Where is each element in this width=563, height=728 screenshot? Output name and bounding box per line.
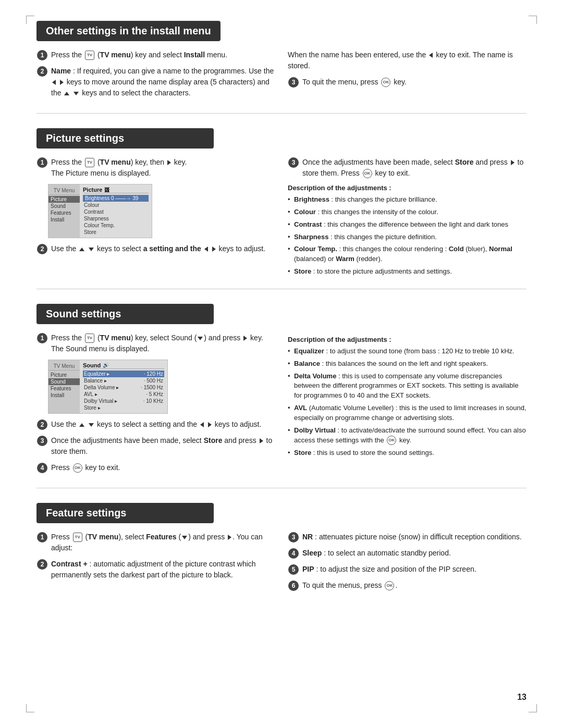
picture-bullet-list: Brightness : this changes the picture br…: [288, 195, 527, 277]
sound-menu-title: Sound 🔊: [83, 362, 164, 369]
step-number: 3: [37, 436, 47, 446]
sound-step-3: 3 Once the adjustments have been made, s…: [36, 435, 275, 457]
balance-row: Balance ▸ · 500 Hz: [83, 377, 164, 384]
picture-col-right: 3 Once the adjustments have been made, s…: [288, 157, 527, 279]
sound-desc-heading: Description of the adjustments :: [288, 336, 527, 343]
bullet-contrast: Contrast : this changes the difference b…: [288, 220, 527, 230]
avl-row: AVL ▸ · 5 KHz: [83, 391, 164, 398]
deltavol-val: · 1500 Hz: [141, 385, 163, 390]
install-step-3: 3 To quit the menu, press OK key.: [288, 77, 527, 88]
bullet-store-sound: Store : this is used to store the sound …: [288, 448, 527, 458]
sound-step4-content: Press OK key to exit.: [51, 462, 275, 473]
step-number: 3: [288, 532, 299, 542]
balance-val: · 500 Hz: [144, 378, 163, 384]
balance-label: Balance ▸: [84, 378, 126, 384]
install-right1-content: When the name has been entered, use the …: [288, 50, 527, 71]
tv-menu-left: TV Menu Picture Sound Features Install: [48, 184, 80, 238]
install-step2-content: Name : If required, you can give a name …: [51, 66, 275, 98]
brightness-item: Brightness 0 ——→ 39: [83, 195, 149, 202]
avl-label: AVL ▸: [84, 391, 126, 397]
bullet-dolby: Dolby Virtual : to activate/deactivate t…: [288, 426, 527, 446]
corner-mark-br: [529, 704, 537, 712]
tv-menu-right: Picture 🖼 Brightness 0 ——→ 39 Colour Con…: [80, 184, 152, 238]
menu-item-features: Features: [48, 209, 80, 216]
bullet-sharpness: Sharpness : this changes the picture def…: [288, 232, 527, 242]
menu-left-title: TV Menu: [48, 362, 80, 371]
feature-col-right: 3 NR : attenuates picture noise (snow) i…: [288, 532, 527, 596]
eq-val: · 120 Hz: [144, 371, 163, 377]
sound-bullet-list: Equalizer : to adjust the sound tone (fr…: [288, 347, 527, 458]
menu-item-install: Install: [48, 392, 80, 399]
dolby-row: Dolby Virtual ▸ · 10 KHz: [83, 398, 164, 404]
picture-step2-content: Use the keys to select a setting and the…: [51, 243, 275, 254]
corner-mark-tl: [26, 16, 34, 24]
dolby-val: · 10 KHz: [143, 398, 163, 404]
step-number: 4: [37, 463, 47, 473]
feature-step2-content: Contrast + : automatic adjustment of the…: [51, 559, 275, 581]
menu-item-features: Features: [48, 385, 80, 392]
bullet-colour: Colour : this changes the intensity of t…: [288, 207, 527, 217]
sharpness-item: Sharpness: [83, 215, 149, 222]
menu-item-picture: Picture: [48, 196, 80, 203]
picture-menu-mockup: TV Menu Picture Sound Features Install P…: [48, 184, 152, 238]
install-step1-content: Press the TV (TV menu) key and select In…: [51, 50, 275, 60]
feature-step5-content: PIP : to adjust the size and position of…: [302, 564, 527, 575]
ok-icon-small: OK: [387, 436, 396, 445]
sound-step-1: 1 Press the TV (TV menu) key, select Sou…: [36, 332, 275, 354]
store-label: Store ▸: [84, 405, 126, 411]
sound-menu-left: TV Menu Picture Sound Features Install: [48, 360, 80, 413]
install-col-right: When the name has been entered, use the …: [288, 50, 527, 104]
sound-menu-mockup: TV Menu Picture Sound Features Install S…: [48, 360, 168, 414]
picture-heading: Picture settings: [36, 128, 214, 149]
picture-step-1: 1 Press the TV (TV menu) key, then key. …: [36, 157, 275, 179]
sound-section: Sound settings 1 Press the TV (TV menu) …: [36, 304, 527, 488]
install-col-left: 1 Press the TV (TV menu) key and select …: [36, 50, 275, 104]
sound-step3-content: Once the adjustments have been made, sel…: [51, 435, 275, 457]
sound-step1-content: Press the TV (TV menu) key, select Sound…: [51, 332, 275, 354]
eq-row: Equalizer ▸ · 120 Hz: [83, 371, 164, 377]
feature-step4-content: Sleep : to select an automatic standby p…: [302, 548, 527, 559]
sound-menu-right: Sound 🔊 Equalizer ▸ · 120 Hz Balance ▸ ·…: [80, 360, 167, 413]
feature-section: Feature settings 1 Press TV (TV menu), s…: [36, 503, 527, 606]
picture-col-left: 1 Press the TV (TV menu) key, then key. …: [36, 157, 275, 279]
step-number: 1: [37, 333, 47, 343]
feature-heading: Feature settings: [36, 503, 214, 523]
sound-heading: Sound settings: [36, 304, 214, 324]
bullet-brightness: Brightness : this changes the picture br…: [288, 195, 527, 205]
eq-label: Equalizer ▸: [84, 371, 126, 377]
picture-desc-heading: Description of the adjustments :: [288, 184, 527, 192]
contrast-item: Contrast: [83, 208, 149, 215]
corner-mark-bl: [26, 704, 34, 712]
picture-step-3: 3 Once the adjustments have been made, s…: [288, 157, 527, 179]
ok-icon: OK: [73, 463, 82, 473]
feature-step-3: 3 NR : attenuates picture noise (snow) i…: [288, 532, 527, 542]
feature-step-6: 6 To quit the menus, press OK.: [288, 580, 527, 591]
bullet-store: Store : to store the picture adjustments…: [288, 267, 527, 277]
page-number: 13: [517, 693, 527, 702]
step-number: 1: [37, 157, 47, 168]
step-number: 1: [37, 50, 47, 60]
step-number: 2: [37, 559, 47, 570]
sound-step-4: 4 Press OK key to exit.: [36, 462, 275, 473]
ok-icon: OK: [385, 581, 394, 590]
bullet-balance: Balance : this balances the sound on the…: [288, 359, 527, 369]
picture-step3-content: Once the adjustments have been made, sel…: [302, 157, 527, 179]
deltavol-label: Delta Volume ▸: [84, 385, 126, 390]
feature-step-4: 4 Sleep : to select an automatic standby…: [288, 548, 527, 559]
step-number: 3: [288, 77, 299, 88]
menu-icon: TV: [85, 51, 94, 60]
corner-mark-tr: [529, 16, 537, 24]
install-step-1: 1 Press the TV (TV menu) key and select …: [36, 50, 275, 60]
feature-step3-content: NR : attenuates picture noise (snow) in …: [302, 532, 527, 542]
install-heading: Other settings in the install menu: [36, 21, 221, 41]
bullet-colourtemp: Colour Temp. : this changes the colour r…: [288, 244, 527, 264]
bullet-equalizer: Equalizer : to adjust the sound tone (fr…: [288, 347, 527, 356]
picture-menu-title: Picture 🖼: [83, 187, 149, 193]
step-number: 2: [37, 419, 47, 430]
feature-step1-content: Press TV (TV menu), select Features () a…: [51, 532, 275, 553]
colour-item: Colour: [83, 202, 149, 208]
sound-col-left: 1 Press the TV (TV menu) key, select Sou…: [36, 332, 275, 478]
colourtemp-item: Colour Temp.: [83, 222, 149, 229]
step-number: 5: [288, 564, 299, 575]
picture-step1-content: Press the TV (TV menu) key, then key. Th…: [51, 157, 275, 179]
